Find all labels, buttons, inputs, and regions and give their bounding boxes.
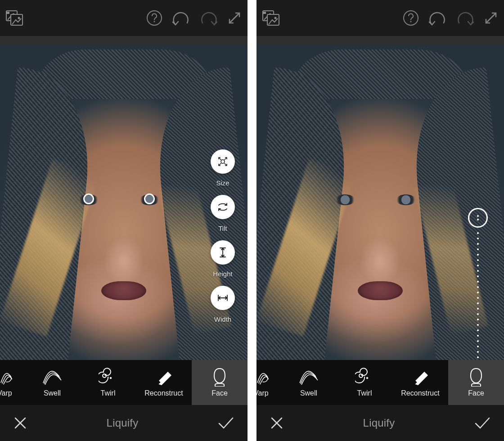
tool-twirl[interactable]: Twirl [80, 360, 136, 405]
svg-point-5 [147, 11, 162, 25]
svg-rect-12 [263, 12, 266, 14]
header [0, 0, 248, 36]
svg-point-9 [110, 377, 112, 379]
face-tilt-button[interactable] [211, 195, 235, 219]
svg-point-16 [404, 11, 418, 25]
image-canvas[interactable]: Size Tilt Height [0, 45, 248, 405]
tool-reconstruct[interactable]: Reconstruct [392, 360, 448, 405]
svg-rect-1 [7, 12, 9, 14]
svg-point-7 [221, 160, 225, 163]
tool-swell[interactable]: Swell [281, 360, 337, 405]
warp-icon [0, 368, 20, 386]
tool-warp[interactable]: Varp [0, 360, 24, 405]
face-controls: Size Tilt Height [211, 149, 235, 323]
cancel-button[interactable] [269, 415, 284, 431]
confirm-button[interactable] [217, 415, 235, 431]
confirm-button[interactable] [473, 415, 491, 431]
tool-face-label: Face [468, 389, 484, 397]
svg-point-17 [410, 21, 412, 22]
tool-twirl[interactable]: Twirl [337, 360, 392, 405]
redo-icon[interactable] [199, 9, 219, 27]
swell-icon [298, 368, 320, 386]
header [256, 0, 504, 36]
sub-band [0, 36, 248, 45]
bottom-bar: Liquify [0, 405, 248, 441]
liquify-tools: Varp Swell Twirl Reconstruct [256, 360, 504, 405]
screenshot-left: Size Tilt Height [0, 0, 248, 441]
screenshot-right: Varp Swell Twirl Reconstruct [256, 0, 504, 441]
svg-point-19 [366, 377, 368, 379]
tool-twirl-label: Twirl [101, 389, 116, 397]
mode-title: Liquify [107, 417, 139, 429]
tool-face[interactable]: Face [192, 360, 248, 405]
twirl-icon [99, 368, 117, 386]
tool-swell-label: Swell [44, 389, 61, 397]
svg-point-6 [154, 21, 155, 22]
compare-icon[interactable] [262, 10, 280, 26]
reconstruct-icon [154, 368, 173, 386]
fullscreen-icon[interactable] [227, 10, 242, 26]
face-height-button[interactable] [211, 240, 235, 265]
redo-icon[interactable] [455, 9, 475, 27]
face-icon [211, 368, 229, 386]
tool-swell-label: Swell [300, 389, 317, 397]
face-tilt-label: Tilt [218, 225, 227, 232]
svg-point-4 [18, 17, 20, 19]
undo-icon[interactable] [428, 9, 447, 27]
svg-point-8 [104, 374, 106, 376]
tool-swell[interactable]: Swell [24, 360, 80, 405]
mode-title: Liquify [363, 417, 395, 429]
warp-icon [256, 368, 276, 386]
twirl-icon [355, 368, 374, 386]
liquify-tools: Varp Swell [0, 360, 248, 405]
face-size-label: Size [216, 179, 229, 187]
face-icon [467, 368, 485, 386]
svg-point-18 [361, 374, 363, 376]
compare-icon[interactable] [5, 10, 23, 26]
tool-reconstruct-label: Reconstruct [401, 389, 439, 397]
bottom-bar: Liquify [256, 405, 504, 441]
reconstruct-icon [411, 368, 430, 386]
face-size-button[interactable] [211, 149, 235, 174]
face-height-label: Height [213, 270, 232, 278]
tool-warp-label: Varp [256, 389, 269, 397]
undo-icon[interactable] [171, 9, 191, 27]
tool-warp[interactable]: Varp [256, 360, 281, 405]
fullscreen-icon[interactable] [483, 10, 499, 26]
tool-face-label: Face [212, 389, 228, 397]
tool-face[interactable]: Face [448, 360, 504, 405]
tool-twirl-label: Twirl [357, 389, 372, 397]
tool-reconstruct[interactable]: Reconstruct [136, 360, 192, 405]
face-width-button[interactable] [211, 286, 235, 310]
sub-band [256, 36, 504, 45]
swell-icon [41, 368, 63, 386]
tool-warp-label: Varp [0, 389, 12, 397]
face-width-label: Width [214, 315, 231, 323]
help-icon[interactable] [402, 9, 419, 27]
svg-point-15 [274, 17, 277, 19]
tool-reconstruct-label: Reconstruct [144, 389, 183, 397]
cancel-button[interactable] [13, 415, 28, 431]
help-icon[interactable] [146, 9, 163, 27]
image-canvas[interactable] [256, 45, 504, 405]
slider-handle[interactable] [468, 208, 488, 228]
